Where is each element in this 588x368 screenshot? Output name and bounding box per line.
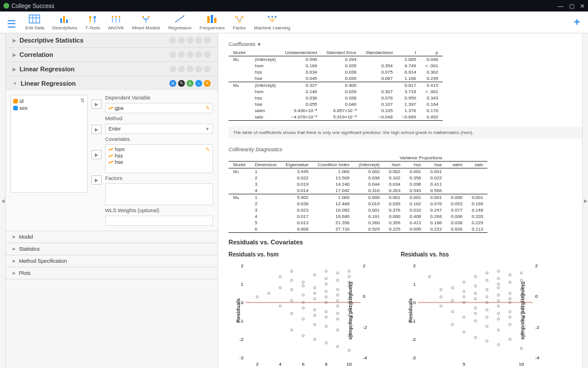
- svg-point-106: [348, 275, 350, 278]
- subsection-model[interactable]: ▶Model: [6, 231, 218, 243]
- section-descriptives[interactable]: ▶Descriptive Statistics: [6, 33, 218, 47]
- svg-point-155: [486, 316, 488, 319]
- svg-point-167: [497, 270, 500, 273]
- assign-wls-button[interactable]: ▶: [91, 175, 102, 185]
- svg-point-99: [336, 312, 339, 315]
- remove-icon[interactable]: ✕: [204, 80, 211, 87]
- svg-point-169: [509, 292, 511, 294]
- subsection-plots[interactable]: ▶Plots: [6, 267, 218, 279]
- method-select[interactable]: Enter ▾: [105, 124, 213, 134]
- svg-point-18: [148, 16, 150, 18]
- edit-icon[interactable]: ✎: [178, 80, 185, 87]
- svg-rect-5: [63, 16, 65, 23]
- fac-field[interactable]: [105, 183, 213, 205]
- svg-line-32: [240, 18, 242, 20]
- section-linreg-2[interactable]: ▼Linear Regression R ✎ ⎘ i ✕: [6, 76, 218, 90]
- add-module-button[interactable]: +: [569, 16, 585, 28]
- svg-point-152: [486, 325, 488, 328]
- close-icon[interactable]: ✕: [580, 3, 585, 9]
- svg-point-129: [440, 296, 442, 298]
- tool-label: Descriptives: [52, 25, 78, 30]
- svg-point-156: [486, 272, 488, 274]
- toolbar-regression[interactable]: Regression: [168, 14, 191, 30]
- svg-text:0: 0: [413, 300, 416, 305]
- svg-point-158: [497, 305, 500, 307]
- toolbar-machine-learning[interactable]: Machine Learning: [254, 14, 291, 30]
- wls-field[interactable]: [105, 216, 213, 226]
- dep-label: Dependent Variable: [105, 95, 213, 101]
- toolbar-descriptives[interactable]: Descriptives: [52, 14, 78, 30]
- var-item[interactable]: sex: [13, 105, 85, 112]
- toolbar-edit-data[interactable]: Edit Data: [25, 14, 44, 30]
- pencil-icon[interactable]: ✎: [206, 105, 210, 111]
- dep-value: gpa: [115, 105, 123, 111]
- svg-rect-25: [207, 16, 210, 23]
- assign-fac-button[interactable]: ▶: [91, 150, 102, 159]
- svg-rect-0: [29, 15, 40, 23]
- dep-field[interactable]: gpa ✎: [105, 103, 213, 113]
- toolbar-factor[interactable]: Factor: [233, 14, 246, 30]
- cov-item[interactable]: hsm: [109, 147, 125, 152]
- svg-point-126: [428, 275, 431, 278]
- toolbar-mixed-models[interactable]: Mixed Models: [132, 14, 160, 30]
- sort-icon[interactable]: ⇅: [80, 98, 85, 103]
- section-title: Linear Regression: [21, 80, 76, 87]
- r-icon[interactable]: R: [169, 80, 176, 87]
- svg-point-127: [440, 289, 442, 291]
- maximize-icon[interactable]: ▢: [569, 3, 574, 9]
- variable-list[interactable]: ⇅ idsex: [10, 95, 88, 193]
- var-item[interactable]: id: [13, 98, 85, 105]
- svg-rect-6: [66, 20, 68, 23]
- svg-text:-2: -2: [239, 337, 244, 342]
- svg-point-82: [325, 290, 327, 293]
- tool-icon: [86, 14, 99, 24]
- toolbar-anova[interactable]: ANOVA: [108, 14, 123, 30]
- svg-point-34: [272, 16, 273, 18]
- toolbar-frequencies[interactable]: Frequencies: [200, 14, 225, 30]
- toolbar-t-tests[interactable]: T-Tests: [85, 14, 100, 30]
- svg-point-28: [235, 16, 238, 18]
- info-icon[interactable]: i: [195, 80, 202, 87]
- section-title: Linear Regression: [20, 66, 75, 72]
- cov-item[interactable]: hse: [109, 159, 123, 165]
- section-correlation[interactable]: ▶Correlation: [6, 48, 218, 62]
- results-panel: Coefficients▾ ModelUnstandardizedStandar…: [218, 33, 582, 368]
- assign-cov-button[interactable]: ▶: [91, 125, 102, 134]
- svg-point-144: [474, 275, 477, 278]
- chart-subtitle: Residuals vs. hss: [401, 251, 550, 258]
- chart-subtitle: Residuals vs. hsm: [229, 251, 378, 258]
- svg-point-131: [451, 310, 454, 313]
- method-label: Method: [105, 116, 213, 121]
- menu-button[interactable]: ☰: [3, 18, 20, 30]
- coef-title[interactable]: Coefficients▾: [229, 41, 572, 47]
- svg-point-60: [291, 300, 293, 302]
- cov-item[interactable]: hss: [109, 153, 123, 159]
- assign-dep-button[interactable]: ▶: [91, 99, 102, 109]
- cov-field[interactable]: hsmhsshse✎: [105, 144, 213, 173]
- svg-point-11: [111, 16, 113, 18]
- title-bar: College Success — ▢ ✕: [0, 0, 588, 12]
- svg-point-153: [486, 340, 488, 342]
- svg-line-31: [237, 18, 239, 20]
- tool-icon: [173, 14, 186, 24]
- method-value: Enter: [109, 126, 121, 132]
- svg-text:-3: -3: [412, 355, 416, 361]
- minimize-icon[interactable]: —: [558, 3, 563, 9]
- svg-point-91: [336, 300, 339, 302]
- copy-icon[interactable]: ⎘: [187, 80, 194, 87]
- pencil-icon[interactable]: ✎: [206, 147, 210, 152]
- right-collapse-handle[interactable]: ▶: [582, 33, 588, 368]
- left-collapse-handle[interactable]: ◀: [0, 33, 6, 368]
- svg-text:-4: -4: [535, 355, 540, 361]
- chevron-down-icon: ▾: [206, 126, 209, 132]
- section-title: Correlation: [20, 51, 53, 58]
- tool-icon: [266, 14, 278, 24]
- svg-point-136: [463, 316, 465, 319]
- svg-point-174: [509, 298, 511, 300]
- svg-text:2: 2: [241, 263, 244, 269]
- svg-point-64: [291, 329, 293, 331]
- svg-point-30: [238, 20, 241, 22]
- section-linreg-1[interactable]: ▶Linear Regression: [6, 62, 218, 76]
- subsection-method-specification[interactable]: ▶Method Specification: [6, 255, 218, 267]
- subsection-statistics[interactable]: ▶Statistics: [6, 243, 218, 255]
